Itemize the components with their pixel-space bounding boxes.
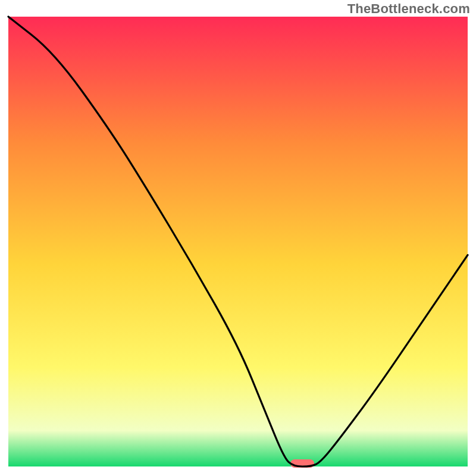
chart-stage: TheBottleneck.com <box>0 0 476 476</box>
watermark-text: TheBottleneck.com <box>347 1 470 17</box>
chart-svg <box>0 0 476 476</box>
